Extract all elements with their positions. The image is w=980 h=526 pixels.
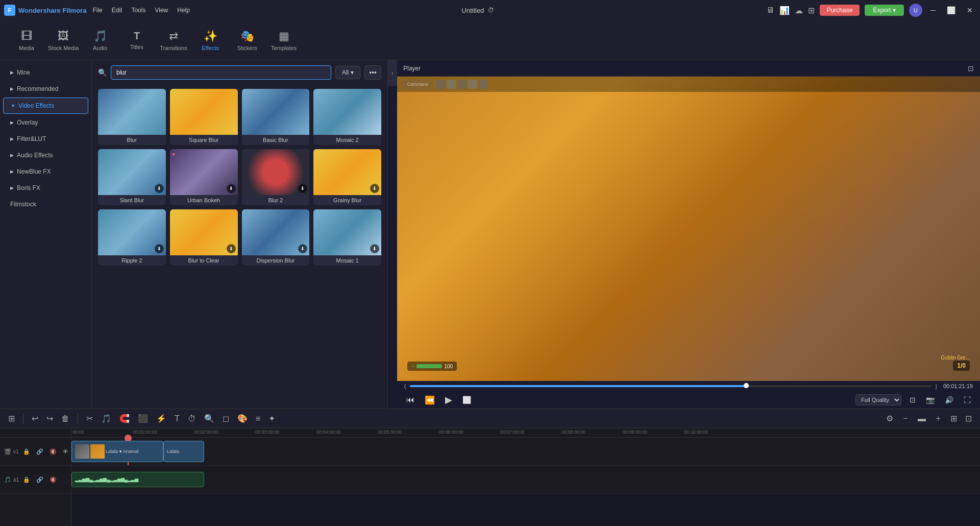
tl-clip-v1-2[interactable]: Lalala (163, 441, 204, 462)
effect-dispersion-blur[interactable]: ⬇ Dispersion Blur (242, 209, 310, 266)
tl-snap-button[interactable]: 🧲 (117, 414, 132, 423)
tl-track-eye-v1[interactable]: 👁 (61, 448, 70, 455)
download-icon-dispersion[interactable]: ⬇ (298, 244, 307, 253)
audio-clip-waveform: ▂▃▅▆▄▂▃▅▆▄▂▃▅▆▄▂▃▅ (75, 477, 138, 482)
timeline-tracks-area[interactable]: 00:00 00:01:00:00 00:02:00:00 00:03:00:0… (71, 428, 980, 526)
download-icon-blur2[interactable]: ⬇ (298, 184, 307, 193)
filter-dropdown[interactable]: All ▾ (335, 66, 360, 79)
sidebar-item-recommended[interactable]: ▶ Recommended (3, 81, 88, 97)
tl-mask-button[interactable]: ◻ (220, 414, 231, 423)
download-icon-grainy[interactable]: ⬇ (370, 184, 379, 193)
effect-ripple-2[interactable]: ⬇ Ripple 2 (98, 209, 166, 266)
tl-track-mute-a1[interactable]: 🔇 (47, 476, 59, 483)
sidebar-item-mine[interactable]: ▶ Mine (3, 65, 88, 80)
tl-split-button[interactable]: ⚡ (154, 414, 168, 423)
tl-undo-button[interactable]: ↩ (30, 414, 40, 423)
tl-ai-cut-button[interactable]: ✦ (266, 414, 277, 423)
toolbar-titles[interactable]: T Titles (118, 22, 155, 58)
effect-slant-blur[interactable]: ⬇ Slant Blur (98, 149, 166, 205)
sidebar-item-filter-lut[interactable]: ▶ Filter&LUT (3, 131, 88, 147)
tl-track-lock-a1[interactable]: 🔒 (21, 476, 32, 483)
sidebar-item-overlay[interactable]: ▶ Overlay (3, 115, 88, 130)
tl-minus-button[interactable]: － (899, 413, 912, 424)
fullscreen-button[interactable]: ⛶ (962, 396, 973, 404)
sidebar-item-newblue-fx[interactable]: ▶ NewBlue FX (3, 164, 88, 179)
effect-blur-2[interactable]: ⬇ Blur 2 (242, 149, 310, 205)
timeline-video-track: ✂ Lalala ♥ Arsenal Lalala (71, 438, 980, 466)
user-avatar[interactable]: U (909, 4, 922, 17)
toolbar-audio[interactable]: 🎵 Audio (82, 22, 118, 58)
tl-color-match-button[interactable]: 🎨 (235, 414, 250, 423)
search-input[interactable] (111, 65, 331, 80)
download-icon-blur-to-clear[interactable]: ⬇ (227, 244, 236, 253)
toolbar-media[interactable]: 🎞 Media (8, 22, 45, 58)
tl-expand-button[interactable]: ⊡ (963, 414, 974, 423)
step-back-button[interactable]: ⏪ (423, 395, 437, 405)
tl-audio-clip-button[interactable]: 🎵 (99, 414, 113, 423)
tl-redo-button[interactable]: ↪ (44, 414, 55, 423)
download-icon-urban[interactable]: ⬇ (227, 184, 236, 193)
purchase-button[interactable]: Purchase (820, 5, 860, 16)
tl-delete-button[interactable]: 🗑 (59, 414, 71, 423)
effect-mosaic-2[interactable]: Mosaic 2 (313, 89, 381, 145)
menu-file[interactable]: File (92, 7, 102, 14)
menu-edit[interactable]: Edit (112, 7, 122, 14)
play-button[interactable]: ▶ (443, 394, 454, 405)
tl-track-link-a1[interactable]: 🔗 (34, 476, 45, 483)
effect-blur-to-clear[interactable]: ⬇ Blur to Clear (170, 209, 238, 266)
tl-text-button[interactable]: T (173, 414, 182, 423)
sidebar-item-audio-effects[interactable]: ▶ Audio Effects (3, 148, 88, 163)
sidebar-item-filmstock[interactable]: Filmstock (3, 197, 88, 212)
menu-help[interactable]: Help (177, 7, 190, 14)
more-options-button[interactable]: ••• (364, 65, 381, 80)
minimize-button[interactable]: ─ (927, 6, 939, 14)
tl-zoom-button[interactable]: 🔍 (202, 414, 216, 423)
tl-crop-button[interactable]: ⬛ (136, 414, 150, 423)
effect-basic-blur[interactable]: Basic Blur (242, 89, 310, 145)
progress-thumb[interactable] (744, 383, 749, 388)
sidebar-item-boris-fx[interactable]: ▶ Boris FX (3, 180, 88, 196)
tl-track-link-v1[interactable]: 🔗 (34, 448, 45, 455)
download-icon-ripple2[interactable]: ⬇ (155, 244, 164, 253)
menu-tools[interactable]: Tools (131, 7, 145, 14)
effect-mosaic-1[interactable]: ⬇ Mosaic 1 (313, 209, 381, 266)
menu-view[interactable]: View (155, 7, 168, 14)
download-icon-mosaic1[interactable]: ⬇ (370, 244, 379, 253)
effect-urban-bokeh[interactable]: ♥ ⬇ Urban Bokeh (170, 149, 238, 205)
download-icon-slant[interactable]: ⬇ (155, 184, 164, 193)
stop-button[interactable]: ⬜ (460, 396, 473, 404)
tl-track-lock-v1[interactable]: 🔒 (21, 448, 32, 455)
skip-back-button[interactable]: ⏮ (404, 395, 416, 404)
tl-zoom-slider[interactable]: ▬ (916, 414, 928, 423)
tl-equalizer-button[interactable]: ≡ (254, 414, 262, 423)
tl-clip-v1-1[interactable]: Lalala ♥ Arsenal (71, 441, 163, 462)
tl-grid-button[interactable]: ⊞ (948, 414, 959, 423)
toolbar-stock-media[interactable]: 🖼 Stock Media (45, 22, 82, 58)
toolbar-templates[interactable]: ▦ Templates (265, 22, 302, 58)
tl-plus-button[interactable]: ＋ (932, 413, 944, 424)
tl-speed-button[interactable]: ⏱ (186, 414, 198, 423)
screenshot-button[interactable]: 📷 (924, 396, 937, 404)
tl-settings-button[interactable]: ⚙ (884, 414, 895, 423)
panel-collapse-button[interactable]: ‹ (388, 60, 397, 86)
maximize-button[interactable]: ⬜ (944, 6, 959, 14)
tl-cut-button[interactable]: ✂ (84, 414, 95, 423)
effect-grainy-blur[interactable]: ⬇ Grainy Blur (313, 149, 381, 205)
player-expand-icon[interactable]: ⊡ (968, 64, 974, 73)
fit-screen-button[interactable]: ⊡ (908, 396, 918, 404)
tl-clip-a1[interactable]: ▂▃▅▆▄▂▃▅▆▄▂▃▅▆▄▂▃▅ (71, 472, 204, 487)
tl-add-track-button[interactable]: ⊞ (6, 414, 17, 423)
progress-bar[interactable] (410, 385, 931, 387)
toolbar-stickers[interactable]: 🎭 Stickers (229, 22, 265, 58)
effect-blur[interactable]: Blur (98, 89, 166, 145)
close-button[interactable]: ✕ (964, 6, 976, 14)
toolbar-effects[interactable]: ✨ Effects (192, 22, 229, 58)
sidebar-item-video-effects[interactable]: ▼ Video Effects (3, 98, 88, 114)
toolbar-transitions[interactable]: ⇄ Transitions (155, 22, 192, 58)
effect-square-blur[interactable]: Square Blur (170, 89, 238, 145)
export-dropdown-arrow[interactable]: ▾ (893, 7, 896, 14)
export-button[interactable]: Export ▾ (865, 5, 904, 16)
tl-track-mute-v1[interactable]: 🔇 (47, 448, 59, 455)
quality-select[interactable]: Full Quality 1/2 Quality 1/4 Quality (855, 394, 901, 405)
volume-button[interactable]: 🔊 (943, 396, 955, 404)
